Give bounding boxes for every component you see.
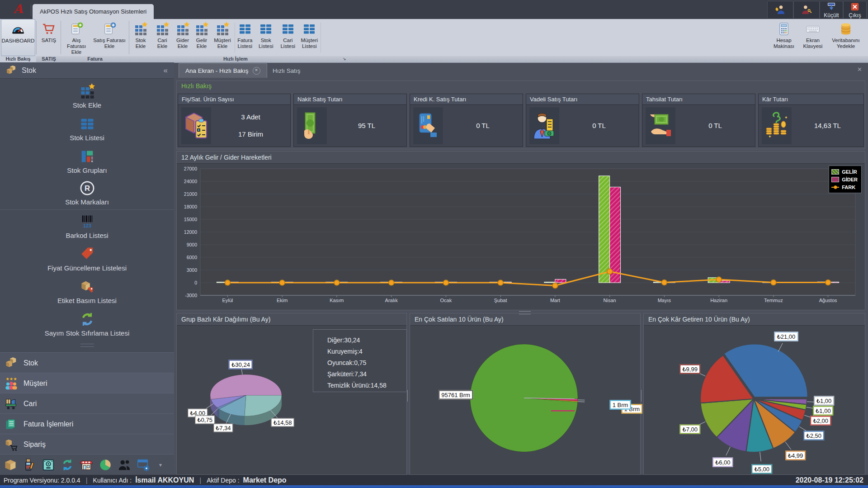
sidebar-item-stok-gruplari[interactable]: Stok Grupları (0, 148, 174, 178)
divider (31, 5, 31, 16)
safe-icon[interactable] (42, 458, 55, 472)
gelir-ekle-label: Gelir Ekle (193, 38, 211, 49)
user-permissions-button[interactable] (793, 1, 820, 19)
sidebar-item-stok-markalari[interactable]: R Stok Markaları (0, 180, 174, 210)
sidebar-item-stok-listesi[interactable]: Stok Listesi (0, 116, 174, 146)
hesap-makinasi-button[interactable]: Hesap Makinası (769, 19, 798, 56)
satis-faturasi-label: Satış Faturası Ekle (91, 38, 127, 49)
sidebar-item-sayim-sifirlama[interactable]: Sayım Stok Sıfırlama Listesi (0, 311, 174, 341)
svg-text:12000: 12000 (184, 229, 197, 235)
stok-listesi-button[interactable]: Stok Listesi (255, 19, 277, 56)
bottom-accent-bar (0, 485, 868, 488)
gider-bar[interactable] (555, 280, 566, 283)
gider-bar[interactable] (610, 187, 621, 283)
tray-overflow-button[interactable]: ▾ (159, 462, 162, 468)
sidebar-item-etiket-basim[interactable]: Etiket Basım Listesi (0, 279, 174, 308)
svg-text:✦: ✦ (784, 115, 788, 120)
svg-text:-3000: -3000 (185, 293, 197, 298)
sidebar-item-label: Stok Grupları (67, 166, 107, 174)
satis-button[interactable]: SATIŞ (38, 19, 59, 56)
fatura-listesi-button[interactable]: Fatura Listesi (236, 19, 255, 56)
depot-label: Aktif Depo : (207, 477, 239, 484)
sidebar-section-cari[interactable]: Cari (0, 393, 174, 414)
dialog-launcher-icon[interactable]: ↘ (343, 57, 346, 61)
fatura-listesi-label: Fatura Listesi (236, 38, 255, 49)
gelir-bar[interactable] (599, 176, 610, 283)
fark-point[interactable] (771, 280, 776, 285)
fark-point[interactable] (661, 280, 667, 285)
top-sold-panel: En Çok Satılan 10 Ürün (Bu Ay) 1 Brm1 Br… (410, 313, 641, 475)
pie-data-label: ₺9,99 (679, 364, 700, 374)
minimize-button[interactable]: Küçült (820, 1, 843, 19)
musteri-ekle-button[interactable]: Müşteri Ekle (212, 19, 233, 56)
legend-mark (317, 336, 324, 342)
pie-chart-icon[interactable] (99, 458, 112, 472)
sidebar-collapse-button[interactable]: « (164, 66, 168, 75)
fark-point[interactable] (552, 283, 558, 289)
top-profit-chart: ₺1,00₺1,00₺2,00₺2,50₺4,99₺5,00₺6,00₺7,00… (644, 326, 864, 474)
fark-point[interactable] (334, 280, 340, 285)
card-title: Nakit Satış Tutarı (294, 94, 406, 105)
fark-point[interactable] (225, 280, 230, 285)
musteri-listesi-button[interactable]: Müşteri Listesi (299, 19, 320, 56)
satis-faturasi-ekle-button[interactable]: Satış Faturası Ekle (91, 19, 127, 56)
fark-point[interactable] (716, 277, 722, 282)
app-title-tab[interactable]: AkPOS Hızlı Satış Otomasyon Sistemleri (33, 4, 154, 19)
sidebar-section-siparis[interactable]: Sipariş (0, 434, 174, 455)
ekran-klavyesi-button[interactable]: Ekran Klavyesi (799, 19, 826, 56)
section-label: Müşteri (24, 379, 47, 388)
tab-hizli-satis[interactable]: Hızlı Satış (266, 64, 307, 78)
dashboard-button[interactable]: DASHBOARD (1, 19, 35, 56)
fark-point[interactable] (443, 280, 448, 285)
sidebar-item-fiyat-guncelleme[interactable]: Fiyat Güncelleme Listelesi (0, 246, 174, 276)
sync-icon[interactable] (61, 458, 74, 472)
sidebar-item-barkod-listesi[interactable]: 123 Barkod Listesi (0, 213, 174, 243)
card-value: 17 Birim (211, 130, 290, 138)
fark-point[interactable] (607, 269, 613, 274)
gelir-ekle-button[interactable]: Gelir Ekle (193, 19, 211, 56)
exit-icon (849, 1, 860, 12)
fark-point[interactable] (389, 280, 394, 285)
svg-text:Kasım: Kasım (330, 298, 344, 303)
svg-text:27000: 27000 (184, 166, 197, 171)
panel-splitter-handle[interactable] (519, 311, 531, 314)
exit-label: Çıkış (849, 12, 861, 19)
switch-user-button[interactable] (767, 1, 793, 19)
grid-add-icon (215, 22, 230, 36)
alis-faturasi-ekle-button[interactable]: Alış Faturası Ekle (62, 19, 90, 56)
fark-point[interactable] (826, 280, 831, 285)
sidebar-item-stok-ekle[interactable]: Stok Ekle (0, 83, 174, 113)
gider-ekle-button[interactable]: Gider Ekle (174, 19, 192, 56)
dashboard-label: DASHBOARD (2, 38, 35, 44)
sidebar-section-musteri[interactable]: ★★★ Müşteri (0, 373, 174, 393)
fark-point[interactable] (498, 280, 503, 285)
sidebar-section-stok[interactable]: Stok (0, 352, 174, 373)
order-icon (5, 438, 18, 451)
veritabani-yedekle-button[interactable]: Veritabanını Yedekle (827, 19, 864, 56)
tab-ana-ekran[interactable]: Ana Ekran - Hızlı Bakış ✕ (179, 63, 267, 78)
stok-ekle-button[interactable]: Stok Ekle (130, 19, 151, 56)
gelir-bar[interactable] (544, 282, 555, 283)
card-icon-box (413, 107, 443, 144)
price-tag-icon (79, 246, 95, 262)
cari-listesi-button[interactable]: Cari Listesi (278, 19, 298, 56)
pie-data-label: ₺6,00 (712, 457, 733, 467)
fark-point[interactable] (279, 280, 285, 285)
svg-text:Şubat: Şubat (494, 298, 507, 303)
sidebar-tray: ▾ (0, 454, 174, 475)
document-close-icon[interactable]: ✕ (857, 66, 862, 73)
pos-terminal-icon[interactable] (23, 458, 36, 472)
sidebar-section-fatura-islemleri[interactable]: Fatura İşlemleri (0, 413, 174, 434)
sidebar-splitter-handle[interactable] (80, 344, 94, 347)
tab-close-icon[interactable]: ✕ (253, 67, 260, 75)
exit-button[interactable]: Çıkış (843, 1, 867, 19)
cari-ekle-button[interactable]: Cari Ekle (152, 19, 173, 56)
gider-ekle-label: Gider Ekle (174, 38, 192, 49)
svg-text:Aralık: Aralık (385, 298, 398, 303)
people-icon[interactable] (118, 458, 131, 472)
card-icon-box (297, 107, 327, 144)
box-icon[interactable] (4, 458, 17, 472)
legend-entry: Kuruyemiş:4 (327, 348, 363, 355)
window-gear-icon[interactable] (137, 458, 150, 472)
store-icon[interactable] (80, 458, 93, 472)
